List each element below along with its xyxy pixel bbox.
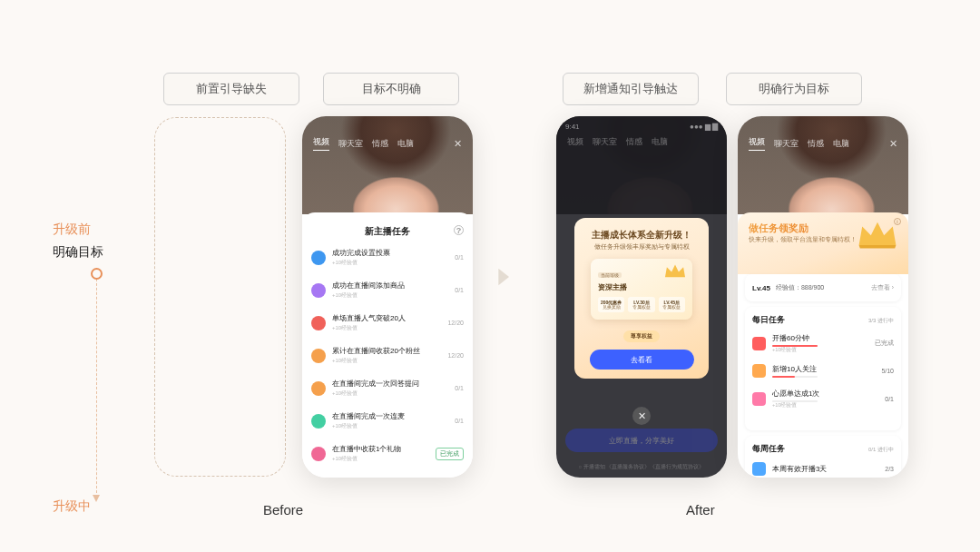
header-tabs: 视频 聊天室 情感 电脑 ✕ bbox=[302, 136, 473, 151]
before-after-arrow-icon bbox=[490, 263, 517, 291]
tab-emotion[interactable]: 情感 bbox=[372, 138, 388, 150]
modal-level-card: 当前等级 资深主播 200优惠券兑换奖励 LV.30后专属权益 LV.45后专属… bbox=[591, 259, 692, 320]
fire-icon bbox=[311, 316, 326, 330]
stage-column: 升级前 明确目标 bbox=[53, 54, 134, 263]
tab-chatroom[interactable]: 聊天室 bbox=[338, 138, 363, 150]
stage-before-upgrade: 升级前 bbox=[53, 218, 134, 241]
phone-before: 9:41 ●●● ▆ ▇ 视频 聊天室 情感 电脑 ✕ 新主播任务 ? 成功完成… bbox=[302, 116, 473, 478]
go-see-button[interactable]: 去看看 bbox=[590, 350, 694, 370]
qa-icon bbox=[311, 381, 326, 396]
vote-icon bbox=[311, 251, 326, 265]
progress-fill bbox=[772, 345, 818, 347]
close-icon[interactable]: ✕ bbox=[889, 138, 897, 150]
stage-during-upgrade: 升级中 bbox=[53, 495, 91, 518]
crown-icon bbox=[663, 262, 687, 281]
tag-new-notification: 新增通知引导触达 bbox=[563, 73, 699, 105]
tab-video[interactable]: 视频 bbox=[749, 136, 765, 151]
task-row[interactable]: 在直播间完成一次回答提问+10经验值 0/1 bbox=[311, 374, 464, 407]
reward-hero: 做任务领奖励 快来升级，领取平台流量和专属特权！ i bbox=[738, 212, 908, 274]
task-progress: 0/1 bbox=[455, 418, 464, 424]
modal-subtitle: 做任务升级领丰厚奖励与专属特权 bbox=[583, 243, 700, 251]
task-row[interactable]: 开播60分钟 +10经验值 已完成 bbox=[752, 330, 894, 360]
task-progress: 5/10 bbox=[881, 368, 894, 374]
close-icon[interactable]: ✕ bbox=[454, 138, 462, 150]
phone-after-rewards: 9:41 ●●● ▆ ▇ 视频 聊天室 情感 电脑 ✕ 做任务领奖励 快来升级，… bbox=[738, 116, 908, 478]
tab-emotion[interactable]: 情感 bbox=[808, 138, 824, 150]
section-status: 0/1 进行中 bbox=[868, 446, 894, 454]
level-bar[interactable]: Lv.45 经验值：888/900 去查看 bbox=[745, 274, 901, 301]
calendar-icon bbox=[752, 462, 766, 476]
task-progress: 2/3 bbox=[885, 466, 894, 472]
phone-after-notification: 9:41 ●●● ▆ ▇ 视频 聊天室 情感 电脑 主播成长体系全新升级！ 做任… bbox=[556, 116, 727, 478]
tag-clear-behavior-goal: 明确行为目标 bbox=[726, 73, 862, 105]
task-row[interactable]: 在直播中收获1个礼物+10经验值 已完成 bbox=[311, 439, 464, 472]
avatar-photo bbox=[302, 116, 473, 214]
tab-chatroom[interactable]: 聊天室 bbox=[774, 138, 799, 150]
task-progress: 12/20 bbox=[447, 320, 464, 326]
task-row[interactable]: 心愿单达成1次 +10经验值 0/1 bbox=[752, 385, 894, 416]
stage-clear-goal: 明确目标 bbox=[53, 241, 134, 263]
fans-icon bbox=[311, 349, 326, 363]
tag-unclear-goal: 目标不明确 bbox=[323, 73, 459, 105]
sheet-title: 新主播任务 ? bbox=[302, 225, 473, 238]
tab-video[interactable]: 视频 bbox=[313, 136, 329, 151]
tag-missing-guidance: 前置引导缺失 bbox=[163, 73, 299, 105]
task-row[interactable]: 累计在直播间收获20个粉丝+10经验值 12/20 bbox=[311, 341, 464, 374]
label-before: Before bbox=[263, 502, 303, 518]
badge: LV.45后专属权益 bbox=[659, 297, 685, 312]
level-value: Lv.45 bbox=[752, 284, 770, 292]
task-progress: 0/1 bbox=[885, 396, 894, 402]
privilege-badges: 200优惠券兑换奖励 LV.30后专属权益 LV.45后专属权益 bbox=[598, 297, 685, 312]
footer-agreements: ○ 开播需知 《直播服务协议》《直播行为规范协议》 bbox=[556, 464, 727, 470]
daily-tasks-section: 每日任务 3/3 进行中 开播60分钟 +10经验值 已完成 新增10人关注 5… bbox=[745, 307, 901, 430]
task-sheet: 新主播任务 ? 成功完成设置投票+10经验值 0/1 成功在直播间添加商品+10… bbox=[302, 212, 473, 478]
gift-icon bbox=[311, 447, 326, 461]
task-row[interactable]: 成功完成设置投票+10经验值 0/1 bbox=[311, 243, 464, 276]
section-title: 每周任务 bbox=[752, 443, 785, 455]
tab-pc[interactable]: 电脑 bbox=[397, 138, 414, 150]
card-level-name: 资深主播 bbox=[598, 282, 685, 292]
header-tabs: 视频 聊天室 情感 电脑 ✕ bbox=[738, 136, 908, 151]
phone-header: 9:41 ●●● ▆ ▇ 视频 聊天室 情感 电脑 ✕ bbox=[738, 116, 908, 214]
status-bar: 9:41 ●●● ▆ ▇ bbox=[556, 116, 727, 133]
go-view-link[interactable]: 去查看 bbox=[871, 284, 894, 292]
start-live-button[interactable]: 立即直播，分享美好 bbox=[565, 429, 718, 452]
help-icon[interactable]: ? bbox=[454, 225, 464, 235]
crown-icon bbox=[856, 218, 899, 254]
task-done-badge: 已完成 bbox=[436, 448, 464, 460]
task-progress: 0/1 bbox=[455, 254, 464, 261]
upgrade-modal: 主播成长体系全新升级！ 做任务升级领丰厚奖励与专属特权 当前等级 资深主播 20… bbox=[574, 218, 709, 379]
avatar-photo bbox=[738, 116, 908, 214]
status-time: 9:41 bbox=[565, 123, 580, 131]
modal-title: 主播成长体系全新升级！ bbox=[583, 229, 700, 242]
task-progress: 12/20 bbox=[447, 352, 464, 359]
task-list: 成功完成设置投票+10经验值 0/1 成功在直播间添加商品+10经验值 0/1 … bbox=[302, 243, 473, 472]
task-progress: 0/1 bbox=[455, 385, 464, 391]
label-after: After bbox=[686, 502, 715, 518]
stage-timeline-arrow-icon bbox=[93, 495, 100, 502]
task-progress: 0/1 bbox=[455, 287, 464, 293]
exp-text: 经验值：888/900 bbox=[776, 283, 824, 292]
stage-timeline-dot bbox=[91, 268, 103, 280]
card-tag: 当前等级 bbox=[598, 272, 622, 278]
badge: LV.30后专属权益 bbox=[628, 297, 654, 312]
phone-before-header: 9:41 ●●● ▆ ▇ 视频 聊天室 情感 电脑 ✕ bbox=[302, 116, 473, 214]
modal-close-icon[interactable]: ✕ bbox=[632, 407, 651, 425]
badge: 200优惠券兑换奖励 bbox=[598, 297, 624, 312]
task-row[interactable]: 成功在直播间添加商品+10经验值 0/1 bbox=[311, 276, 464, 309]
task-row[interactable]: 在直播间完成一次连麦+10经验值 0/1 bbox=[311, 407, 464, 439]
wishlist-icon bbox=[752, 392, 766, 406]
status-icons: ●●● ▆ ▇ bbox=[690, 123, 718, 131]
mic-icon bbox=[311, 414, 326, 429]
empty-phone-placeholder bbox=[154, 117, 286, 477]
task-done-label: 已完成 bbox=[875, 339, 894, 348]
header-tabs-dim: 视频 聊天室 情感 电脑 bbox=[556, 136, 727, 148]
product-icon bbox=[311, 283, 326, 298]
info-icon[interactable]: i bbox=[894, 218, 901, 225]
tab-pc[interactable]: 电脑 bbox=[833, 138, 849, 150]
task-row[interactable]: 本周有效开播3天 2/3 bbox=[752, 458, 894, 478]
task-row[interactable]: 新增10人关注 5/10 bbox=[752, 360, 894, 385]
privilege-pill: 尊享权益 bbox=[623, 330, 660, 342]
weekly-tasks-section: 每周任务 0/1 进行中 本周有效开播3天 2/3 bbox=[745, 436, 901, 478]
task-row[interactable]: 单场直播人气突破20人+10经验值 12/20 bbox=[311, 309, 464, 341]
